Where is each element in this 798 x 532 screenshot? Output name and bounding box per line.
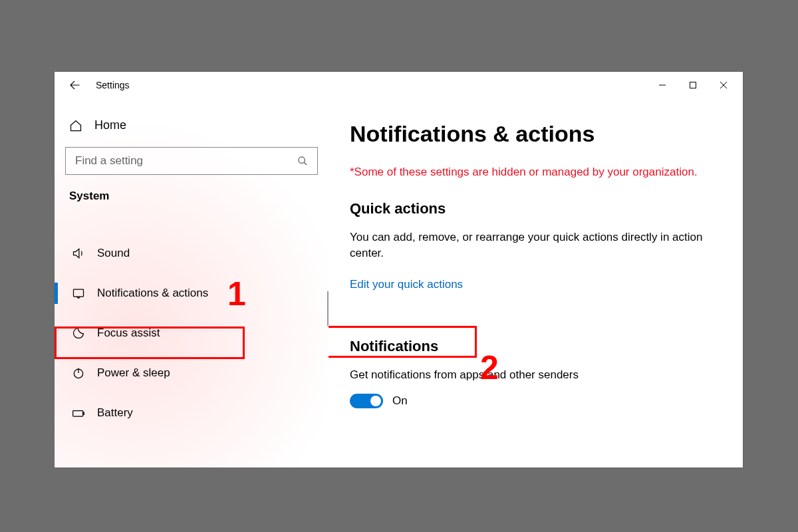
- quick-actions-heading: Quick actions: [350, 200, 724, 217]
- svg-rect-6: [74, 289, 84, 297]
- svg-point-4: [299, 157, 305, 163]
- notifications-toggle[interactable]: [350, 394, 383, 408]
- sidebar-item-label: Sound: [97, 247, 130, 260]
- close-button[interactable]: [708, 72, 739, 98]
- svg-rect-9: [73, 411, 83, 416]
- sidebar: Home System Sound Notifications & action…: [55, 98, 329, 467]
- sidebar-item-label: Power & sleep: [97, 366, 170, 380]
- back-arrow-icon: [68, 79, 80, 91]
- main-pane: Notifications & actions *Some of these s…: [329, 98, 743, 467]
- sidebar-item-notifications[interactable]: Notifications & actions: [65, 273, 318, 313]
- edit-quick-actions-link[interactable]: Edit your quick actions: [350, 278, 463, 291]
- window-controls: [647, 72, 739, 98]
- body: Home System Sound Notifications & action…: [55, 98, 743, 467]
- nav-list: Sound Notifications & actions Focus assi…: [65, 233, 318, 433]
- quick-actions-section: Quick actions You can add, remove, or re…: [350, 200, 724, 408]
- focus-assist-icon: [72, 327, 85, 340]
- back-button[interactable]: [68, 78, 81, 92]
- search-icon: [297, 156, 308, 166]
- close-icon: [720, 81, 728, 89]
- home-icon: [69, 119, 82, 132]
- sound-icon: [72, 247, 85, 260]
- battery-icon: [72, 406, 85, 420]
- notifications-toggle-row: On: [350, 394, 724, 408]
- home-button[interactable]: Home: [65, 116, 318, 132]
- titlebar: Settings: [55, 72, 743, 98]
- sidebar-item-power-sleep[interactable]: Power & sleep: [65, 353, 318, 393]
- notifications-description: Get notifications from apps and other se…: [350, 367, 724, 383]
- notifications-section: Notifications Get notifications from app…: [350, 338, 724, 408]
- managed-by-org-note: *Some of these settings are hidden or ma…: [350, 164, 724, 180]
- notifications-icon: [72, 287, 85, 300]
- app-title: Settings: [96, 80, 130, 90]
- notifications-heading: Notifications: [350, 338, 724, 355]
- page-title: Notifications & actions: [350, 121, 724, 147]
- sidebar-item-focus-assist[interactable]: Focus assist: [65, 313, 318, 353]
- home-label: Home: [94, 118, 126, 132]
- minimize-icon: [658, 81, 666, 89]
- sidebar-item-battery[interactable]: Battery: [65, 393, 318, 433]
- sidebar-item-label: Notifications & actions: [97, 287, 208, 300]
- sidebar-item-label: Focus assist: [97, 327, 160, 340]
- quick-actions-description: You can add, remove, or rearrange your q…: [350, 229, 724, 261]
- toggle-state-label: On: [392, 394, 408, 408]
- svg-rect-10: [83, 412, 84, 414]
- settings-window: Settings Home System: [55, 72, 743, 467]
- titlebar-left: Settings: [68, 78, 130, 92]
- svg-line-5: [304, 162, 307, 165]
- search-box[interactable]: [65, 147, 318, 175]
- svg-rect-1: [690, 82, 696, 88]
- category-label: System: [65, 190, 318, 203]
- maximize-icon: [689, 81, 697, 89]
- sidebar-item-label: Battery: [97, 406, 133, 420]
- annotation-number-2: 2: [480, 348, 499, 387]
- annotation-number-1: 1: [227, 275, 246, 313]
- search-input[interactable]: [75, 154, 285, 168]
- maximize-button[interactable]: [678, 72, 708, 98]
- power-sleep-icon: [72, 366, 85, 380]
- sidebar-item-sound[interactable]: Sound: [65, 233, 318, 273]
- minimize-button[interactable]: [647, 72, 678, 98]
